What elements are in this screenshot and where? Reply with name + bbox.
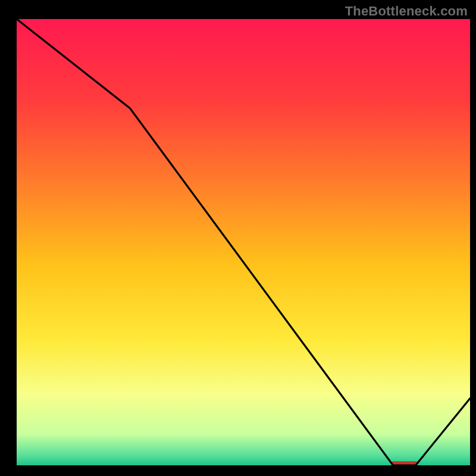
gradient-background bbox=[17, 19, 470, 465]
chart-svg bbox=[17, 19, 470, 465]
plot-area bbox=[17, 19, 470, 465]
watermark-text: TheBottleneck.com bbox=[345, 4, 468, 19]
chart-frame: TheBottleneck.com bbox=[0, 0, 476, 476]
